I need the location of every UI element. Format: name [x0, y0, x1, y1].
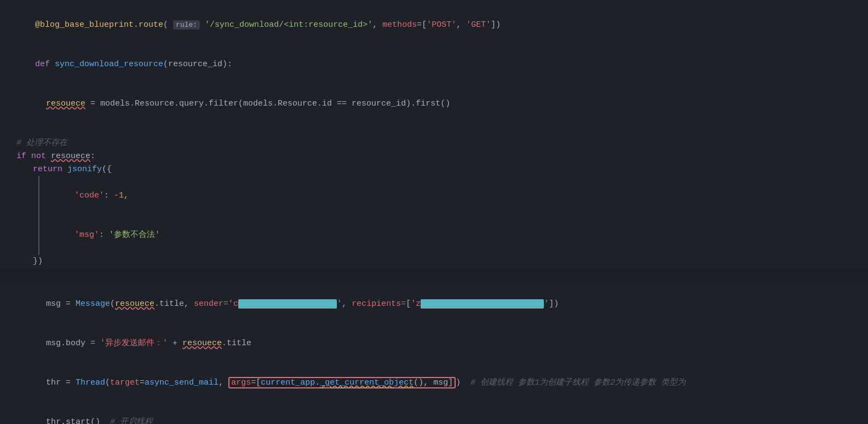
msg-val: '参数不合法'	[109, 230, 160, 240]
dot-title: .title,	[154, 299, 194, 309]
eq2: =	[140, 378, 145, 387]
code-line-4	[0, 124, 868, 137]
route-path: '/sync_download/<int:resource_id>'	[205, 20, 372, 30]
comma2: ,	[456, 20, 466, 30]
start-comment: # 开启线程	[110, 417, 153, 424]
line-content-14: msg.body = '异步发送邮件：' + resouece.title	[16, 324, 863, 363]
thr-comment: # 创建线程 参数1为创建子线程 参数2为传递参数 类型为	[470, 378, 686, 387]
msg-var: msg =	[46, 299, 76, 309]
comma-thr: ,	[219, 378, 228, 387]
recip-val: 'z	[411, 299, 421, 309]
msg-key: 'msg'	[74, 230, 99, 240]
code-key: 'code'	[74, 191, 104, 200]
args: (resource_id):	[163, 60, 232, 69]
code-editor: @blog_base_blueprint.route( rule: '/sync…	[0, 0, 868, 424]
sender-val: 'c	[228, 299, 238, 309]
line-content-16: thr.start() # 开启线程	[16, 403, 863, 424]
current-app-func: current_app	[261, 378, 315, 387]
vert-bar-1: 'code': -1,	[38, 176, 129, 216]
if-var: resouece	[51, 150, 90, 163]
colon2: :	[104, 191, 114, 200]
def-keyword: def	[35, 60, 55, 69]
vert-bar-2: 'msg': '参数不合法'	[38, 216, 160, 255]
msg-title: resouece	[115, 299, 154, 309]
close-dict: })	[33, 255, 43, 268]
sender-close: '	[337, 299, 342, 309]
section-divider	[0, 268, 868, 284]
plus: +	[168, 339, 182, 348]
code-line-15: thr = Thread(target=async_send_mail, arg…	[0, 363, 868, 403]
colon: :	[90, 150, 95, 163]
comment-1: # 处理不存在	[16, 137, 67, 150]
dot-getobj: .	[315, 378, 320, 387]
return-kw1: return	[33, 163, 67, 176]
thread-open: (	[105, 378, 110, 387]
comma3: ,	[124, 191, 129, 200]
paren: (	[163, 20, 173, 30]
get-obj-func: _get_current_object	[320, 378, 413, 387]
line-content-2: def sync_download_resource(resource_id):	[5, 45, 863, 84]
code-line-3: resouece = models.Resource.query.filter(…	[0, 84, 868, 124]
thread-func: Thread	[76, 378, 105, 387]
thr-start: thr.start()	[46, 417, 110, 424]
recipients-param: recipients=	[352, 299, 406, 309]
line-content-3: resouece = models.Resource.query.filter(…	[16, 84, 863, 124]
code-line-7: return jsonify({	[0, 163, 868, 176]
thread-close: )	[456, 378, 470, 387]
recip-end: ])	[549, 299, 559, 309]
bracket: [	[422, 20, 427, 30]
colon3: :	[99, 230, 109, 240]
blurred-sender	[238, 299, 337, 309]
code-line-14: msg.body = '异步发送邮件：' + resouece.title	[0, 324, 868, 363]
close-bracket: ])	[491, 20, 501, 30]
code-val: -1	[114, 191, 124, 200]
func-name: sync_download_resource	[55, 60, 163, 69]
code-line-10: })	[0, 255, 868, 268]
method-get: 'GET'	[466, 20, 491, 30]
msgbody-assign: msg.body =	[46, 339, 100, 348]
code-line-8: 'code': -1,	[0, 176, 868, 216]
code-line-6: if not resouece:	[0, 150, 868, 163]
comma-msg: ,	[342, 299, 352, 309]
resouece-title: resouece	[182, 339, 222, 348]
recip-bracket: [	[406, 299, 411, 309]
async-func-ref: async_send_mail	[145, 378, 219, 387]
dot-title2: .title	[222, 339, 251, 348]
code-line-9: 'msg': '参数不合法'	[0, 216, 868, 255]
code-line-2: def sync_download_resource(resource_id):	[0, 45, 868, 84]
msgbody-str: '异步发送邮件：'	[100, 339, 168, 348]
line-content-15: thr = Thread(target=async_send_mail, arg…	[16, 363, 863, 403]
args-highlight-box: args=[current_app._get_current_object(),…	[228, 377, 456, 388]
assign: = models.Resource.query.filter(models.Re…	[85, 99, 450, 108]
recip-close: '	[544, 299, 549, 309]
msg-arg: msg]	[433, 378, 453, 387]
line-content-1: @blog_base_blueprint.route( rule: '/sync…	[5, 5, 863, 45]
thr-var: thr =	[46, 378, 76, 387]
line-content-13: msg = Message(resouece.title, sender='c …	[16, 284, 863, 324]
code-line-16: thr.start() # 开启线程	[0, 403, 868, 424]
eq: =	[417, 20, 422, 30]
methods-param: methods	[382, 20, 417, 30]
call-parens: (),	[413, 378, 433, 387]
open-brace: ({	[102, 163, 112, 176]
if-keyword: if not	[16, 150, 51, 163]
code-line-1: @blog_base_blueprint.route( rule: '/sync…	[0, 5, 868, 45]
comma: ,	[372, 20, 382, 30]
var-resouece: resouece	[46, 99, 85, 108]
msg-args-open: (	[110, 299, 115, 309]
code-line-13: msg = Message(resouece.title, sender='c …	[0, 284, 868, 324]
jsonify-func: jsonify	[67, 163, 102, 176]
space	[200, 20, 205, 30]
args-param: args	[231, 378, 251, 387]
decorator-name: @blog_base_blueprint.route	[35, 20, 163, 30]
eq3: =[	[251, 378, 261, 387]
blurred-recip	[421, 299, 544, 309]
message-func: Message	[76, 299, 110, 309]
code-line-5: # 处理不存在	[0, 137, 868, 150]
method-post: 'POST'	[427, 20, 456, 30]
rule-badge: rule:	[173, 20, 200, 30]
target-param: target	[110, 378, 140, 387]
sender-param: sender=	[194, 299, 228, 309]
